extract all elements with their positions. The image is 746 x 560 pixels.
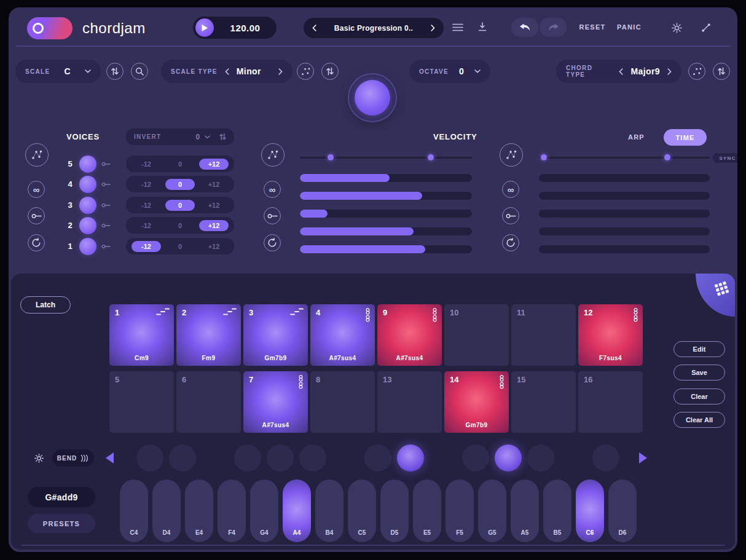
key-E4[interactable]: E4	[185, 479, 213, 542]
play-button[interactable]	[195, 18, 214, 37]
swap-icon[interactable]	[321, 63, 339, 80]
voice-octave-selector[interactable]: -12 0 +12	[126, 156, 234, 172]
option-minus12[interactable]: -12	[132, 220, 161, 231]
link-icon[interactable]	[28, 207, 45, 224]
black-key-fs5[interactable]	[462, 444, 489, 471]
key-G4[interactable]: G4	[250, 479, 278, 542]
key-A5[interactable]: A5	[511, 479, 539, 542]
option-minus12[interactable]: -12	[132, 179, 161, 190]
option-zero[interactable]: 0	[165, 159, 195, 170]
voice-octave-selector[interactable]: -12 0 +12	[126, 176, 234, 192]
menu-icon[interactable]	[452, 23, 463, 31]
patch-icon[interactable]	[701, 23, 711, 33]
random-icon[interactable]	[500, 143, 523, 167]
latch-button[interactable]: Latch	[20, 296, 71, 314]
pad-10[interactable]: 10	[444, 304, 509, 366]
panic-button[interactable]: PANIC	[610, 23, 649, 31]
scale-type-selector[interactable]: SCALE TYPE Minor	[161, 60, 293, 83]
pad-1[interactable]: 1 Cm9	[109, 304, 174, 366]
pad-8[interactable]: 8	[310, 371, 375, 433]
option-zero[interactable]: 0	[165, 179, 195, 190]
velocity-bar-4[interactable]	[300, 227, 472, 235]
pad-13[interactable]: 13	[377, 371, 442, 433]
key-D6[interactable]: D6	[608, 479, 637, 542]
link-icon[interactable]	[101, 182, 111, 187]
velocity-bar-2[interactable]	[300, 192, 472, 200]
velocity-range-slider[interactable]	[300, 157, 472, 159]
voice-enable-button[interactable]	[79, 156, 96, 173]
voice-enable-button[interactable]	[79, 238, 96, 255]
voice-enable-button[interactable]	[79, 176, 96, 193]
tab-arp[interactable]: ARP	[628, 133, 645, 141]
black-key-gs4[interactable]	[267, 444, 294, 471]
option-minus12[interactable]: -12	[132, 159, 161, 170]
key-C5[interactable]: C5	[348, 479, 376, 542]
black-key-ds4[interactable]	[169, 444, 196, 471]
voice-octave-selector[interactable]: -12 0 +12	[126, 217, 234, 234]
scale-dropdown[interactable]: SCALE C	[15, 60, 101, 83]
option-plus12[interactable]: +12	[199, 159, 229, 170]
chevron-left-icon[interactable]	[225, 68, 229, 75]
velocity-bar-3[interactable]	[300, 210, 472, 218]
black-key-as5[interactable]	[527, 444, 554, 471]
reset-button[interactable]: RESET	[573, 23, 612, 31]
keyboard-next-icon[interactable]	[639, 452, 647, 463]
pad-view-badge[interactable]	[696, 274, 735, 317]
key-E5[interactable]: E5	[413, 479, 441, 542]
search-icon[interactable]	[131, 63, 148, 80]
time-bar-2[interactable]	[539, 192, 710, 200]
slider-handle[interactable]	[328, 154, 334, 160]
chevron-left-icon[interactable]	[619, 68, 623, 75]
time-bar-1[interactable]	[539, 174, 710, 182]
link-icon[interactable]	[502, 207, 519, 224]
pad-2[interactable]: 2 Fm9	[176, 304, 241, 366]
refresh-icon[interactable]	[502, 234, 519, 251]
pad-14[interactable]: 14 Gm7b9	[444, 371, 509, 433]
clear-button[interactable]: Clear	[673, 388, 725, 404]
random-icon[interactable]	[261, 143, 285, 167]
black-key-cs4[interactable]	[136, 444, 163, 471]
swap-icon[interactable]	[219, 133, 226, 141]
key-F4[interactable]: F4	[218, 479, 246, 542]
option-plus12[interactable]: +12	[199, 200, 229, 211]
voice-enable-button[interactable]	[79, 217, 96, 234]
redo-button[interactable]	[540, 18, 567, 37]
option-plus12[interactable]: +12	[199, 241, 229, 252]
key-G5[interactable]: G5	[478, 479, 506, 542]
key-F5[interactable]: F5	[446, 479, 474, 542]
pad-12[interactable]: 12 F7sus4	[578, 304, 643, 366]
transport-bpm[interactable]: 120.00	[193, 17, 277, 39]
keyboard-prev-icon[interactable]	[106, 452, 114, 463]
link-icon[interactable]	[101, 203, 111, 208]
preset-prev-icon[interactable]	[312, 25, 316, 31]
option-minus12[interactable]: -12	[132, 200, 161, 211]
option-zero[interactable]: 0	[165, 241, 195, 252]
key-A4[interactable]: A4	[283, 479, 311, 542]
gear-icon[interactable]	[34, 453, 44, 463]
key-B4[interactable]: B4	[315, 479, 344, 542]
refresh-icon[interactable]	[28, 234, 45, 251]
velocity-bar-1[interactable]	[300, 174, 472, 182]
option-plus12[interactable]: +12	[199, 179, 229, 190]
pad-6[interactable]: 6	[176, 371, 241, 433]
voice-octave-selector[interactable]: -12 0 +12	[126, 238, 234, 254]
link-icon[interactable]	[101, 162, 111, 167]
infinity-icon[interactable]: ∞	[264, 181, 281, 198]
black-key-fs4[interactable]	[234, 444, 261, 471]
bend-toggle[interactable]: BEND	[52, 449, 94, 467]
presets-button[interactable]: PRESETS	[28, 514, 95, 533]
swap-icon[interactable]	[713, 63, 730, 80]
pad-9[interactable]: 9 A#7sus4	[377, 304, 442, 366]
time-bar-3[interactable]	[539, 210, 710, 218]
random-icon[interactable]	[25, 143, 49, 167]
slider-handle[interactable]	[428, 154, 434, 160]
black-key-cs5[interactable]	[364, 444, 391, 471]
sync-toggle[interactable]: SYNC	[713, 153, 737, 163]
pad-3[interactable]: 3 Gm7b9	[243, 304, 308, 366]
tab-time[interactable]: TIME	[664, 129, 707, 146]
main-knob[interactable]	[348, 73, 397, 122]
black-key-cs6[interactable]	[592, 444, 619, 471]
edit-button[interactable]: Edit	[673, 341, 725, 357]
link-icon[interactable]	[101, 223, 111, 228]
refresh-icon[interactable]	[264, 234, 281, 251]
